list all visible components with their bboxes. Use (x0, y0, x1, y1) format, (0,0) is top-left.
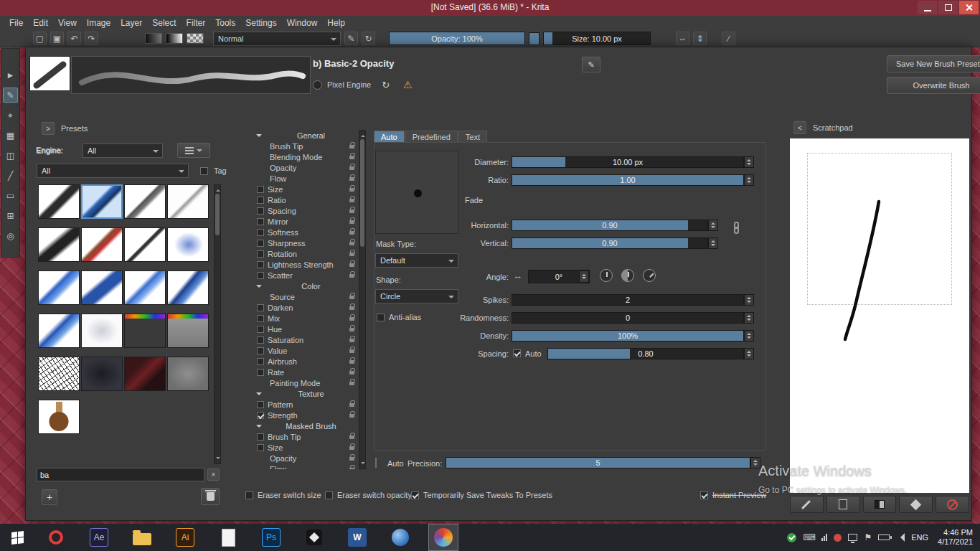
alert-badge-icon[interactable] (834, 534, 842, 542)
view-mode-button[interactable] (177, 143, 210, 158)
spinner[interactable] (744, 330, 754, 342)
line-tool-icon[interactable]: ⌖ (3, 108, 18, 123)
options-section-color[interactable]: Color (252, 281, 359, 291)
checkbox[interactable] (257, 444, 264, 451)
tag-checkbox[interactable] (200, 167, 208, 175)
option-strength[interactable]: Strength (252, 410, 359, 420)
slash-tool-icon[interactable]: ∕ (722, 32, 735, 45)
overwrite-brush-button[interactable]: Overwrite Brush (887, 77, 980, 94)
volume-icon[interactable] (896, 533, 905, 542)
spinner[interactable] (744, 312, 754, 324)
option-lightness-strength[interactable]: Lightness Strength (252, 259, 359, 270)
flag-icon[interactable]: ⚑ (864, 532, 872, 542)
checkbox-checked[interactable] (411, 491, 419, 499)
eraser-switch-size-option[interactable]: Eraser switch size (245, 491, 321, 499)
toolbar-opacity-slider[interactable]: Opacity: 100% (389, 32, 525, 45)
rect-select-tool-icon[interactable]: ▭ (3, 188, 18, 203)
angle-drag-icon[interactable] (643, 269, 656, 282)
checkbox[interactable] (325, 491, 333, 499)
precision-auto-checkbox[interactable] (375, 458, 377, 468)
spinner[interactable] (750, 457, 760, 468)
options-section-texture[interactable]: Texture (252, 388, 359, 399)
checkbox-checked[interactable] (257, 412, 264, 419)
network-icon[interactable] (848, 534, 857, 541)
move-tool-icon[interactable]: ⊞ (3, 208, 18, 223)
taskbar-after-effects[interactable]: Ae (84, 524, 114, 551)
preset-thumbnail[interactable] (124, 357, 166, 391)
gradient-swatch[interactable] (166, 33, 183, 44)
preset-thumbnail[interactable] (38, 357, 80, 391)
redo-icon[interactable]: ↷ (85, 32, 98, 45)
taskbar-word[interactable]: W (342, 524, 372, 551)
scroll-up-icon[interactable] (361, 133, 365, 137)
options-section-masked-brush[interactable]: Masked Brush (252, 420, 359, 431)
preset-search-input[interactable] (37, 468, 204, 481)
angle-half-icon[interactable] (621, 269, 634, 282)
checkbox[interactable] (257, 207, 264, 215)
taskbar-inkscape[interactable] (299, 524, 329, 551)
option-masked-brush-tip[interactable]: Brush Tip (252, 431, 359, 442)
pattern-swatch[interactable] (187, 33, 204, 44)
transform-tool-icon[interactable]: ▦ (3, 128, 18, 143)
keyboard-icon[interactable]: ⌨ (803, 532, 815, 542)
mirror-vertical-icon[interactable]: ⇕ (693, 32, 707, 45)
save-tweaks-option[interactable]: Temporarily Save Tweaks To Presets (411, 491, 552, 499)
save-icon[interactable]: ▣ (50, 32, 64, 45)
scratchpad-fill-background-button[interactable] (899, 496, 933, 513)
checkbox[interactable] (257, 433, 264, 441)
slider-diameter[interactable]: 10.00 px (512, 156, 744, 168)
checkbox[interactable] (245, 491, 253, 499)
menu-file[interactable]: File (4, 17, 28, 29)
checkbox[interactable] (257, 261, 264, 268)
antivirus-ok-icon[interactable] (787, 533, 796, 542)
spinner[interactable] (579, 270, 589, 283)
angle-spinbox[interactable]: 0° (528, 270, 590, 283)
clear-search-button[interactable]: × (207, 468, 220, 481)
checkbox[interactable] (257, 197, 264, 204)
save-new-preset-button[interactable]: Save New Brush Preset... (887, 55, 980, 72)
gradient-chooser[interactable] (145, 33, 162, 44)
preset-thumbnail[interactable] (124, 184, 166, 219)
tab-auto[interactable]: Auto (374, 131, 405, 143)
spinner[interactable] (744, 156, 754, 168)
language-indicator[interactable]: ENG (911, 533, 928, 542)
option-masked-size[interactable]: Size (252, 442, 359, 453)
spinner[interactable] (708, 220, 718, 231)
spinner[interactable] (708, 237, 718, 249)
scratchpad-clear-button[interactable] (936, 496, 969, 513)
start-button[interactable] (0, 524, 34, 551)
battery-icon[interactable] (878, 534, 890, 540)
menu-select[interactable]: Select (147, 17, 181, 29)
select-tool-icon[interactable]: ► (3, 67, 18, 83)
clock[interactable]: 4:46 PM 4/17/2021 (938, 528, 973, 547)
gradient-tool-icon[interactable]: ◫ (3, 148, 18, 163)
menu-tools[interactable]: Tools (210, 17, 240, 29)
option-spacing[interactable]: Spacing (252, 205, 359, 216)
delete-resource-button[interactable] (201, 488, 220, 505)
spinner[interactable] (744, 348, 754, 359)
slider-spikes[interactable]: 2 (512, 294, 744, 306)
taskbar-opera[interactable] (41, 524, 71, 551)
scroll-up-icon[interactable] (216, 187, 220, 192)
checkbox[interactable] (257, 186, 264, 193)
minimize-button[interactable] (918, 1, 937, 14)
scroll-down-icon[interactable] (216, 457, 220, 461)
checkbox[interactable] (257, 272, 264, 279)
mirror-horizontal-icon[interactable]: ⇔ (676, 32, 689, 45)
engine-combo[interactable]: All (83, 143, 163, 158)
freehand-brush-tool-icon[interactable]: ✎ (3, 88, 18, 103)
mask-type-combo[interactable]: Default (375, 253, 458, 268)
preset-thumbnail[interactable] (167, 184, 209, 219)
slider-precision[interactable]: 5 (446, 457, 750, 468)
taskbar-file-explorer[interactable] (127, 524, 157, 551)
menu-layer[interactable]: Layer (116, 17, 147, 29)
measure-tool-icon[interactable]: ╱ (3, 168, 18, 183)
option-rotation[interactable]: Rotation (252, 248, 359, 259)
spinner[interactable] (744, 294, 754, 306)
scratchpad-fill-document-button[interactable] (826, 496, 860, 513)
collapse-scratchpad-button[interactable]: < (793, 121, 806, 134)
maximize-button[interactable] (938, 1, 958, 14)
rename-preset-button[interactable]: ✎ (582, 57, 600, 72)
preset-thumbnail-selected[interactable] (81, 184, 123, 219)
link-fade-icon[interactable] (734, 222, 739, 234)
